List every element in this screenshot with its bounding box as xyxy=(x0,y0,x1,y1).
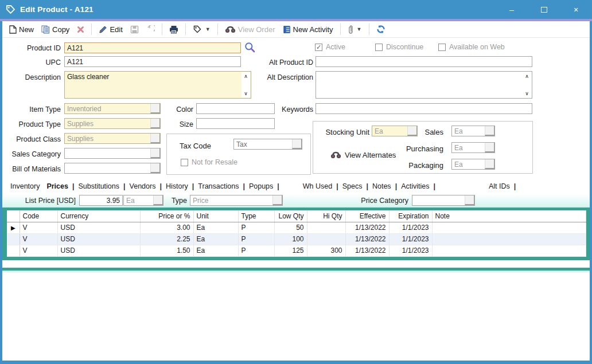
view-order-button[interactable]: View Order xyxy=(223,24,278,36)
scroll-down-icon[interactable]: ∨ xyxy=(244,91,248,96)
table-row[interactable]: VUSD2.25EaP1001/13/20221/1/2023 xyxy=(7,233,586,245)
tab-activities[interactable]: Activities xyxy=(398,181,433,191)
row-selector-cell[interactable] xyxy=(7,233,20,245)
cell-price-or-[interactable]: 2.25 xyxy=(140,233,193,245)
undo-button[interactable] xyxy=(144,24,157,35)
tab-prices[interactable]: Prices xyxy=(43,181,72,191)
table-row[interactable]: ▶VUSD3.00EaP501/13/20221/1/2023 xyxy=(7,222,586,233)
description-scrollbar[interactable]: ∧∨ xyxy=(242,72,250,97)
row-selector-cell[interactable] xyxy=(7,245,20,256)
cell-type[interactable]: P xyxy=(238,222,274,233)
list-price-field[interactable]: 3.95 xyxy=(79,195,123,206)
tab-notes[interactable]: Notes xyxy=(369,181,395,191)
not-for-resale-checkbox-box[interactable] xyxy=(181,159,188,166)
attachment-dropdown-caret[interactable]: ▼ xyxy=(357,26,362,32)
print-button[interactable] xyxy=(167,24,181,36)
product-id-field[interactable]: A121 xyxy=(64,42,241,53)
not-for-resale-checkbox[interactable]: Not for Resale xyxy=(181,158,237,166)
active-checkbox[interactable]: ✓ Active xyxy=(315,43,345,51)
cell-hi-qty[interactable]: 300 xyxy=(307,245,345,256)
cell-code[interactable]: V xyxy=(20,245,57,256)
price-type-combo[interactable]: Price xyxy=(190,195,283,206)
delete-button[interactable] xyxy=(75,24,87,35)
cell-note[interactable] xyxy=(432,245,586,256)
maximize-button[interactable] xyxy=(528,0,560,19)
sales-category-dropdown-button[interactable] xyxy=(150,148,160,158)
cell-type[interactable]: P xyxy=(238,245,274,256)
minimize-button[interactable]: – xyxy=(496,0,528,19)
cell-code[interactable]: V xyxy=(20,233,57,245)
view-alternates-button[interactable]: View Alternates xyxy=(330,151,396,159)
scroll-down-icon[interactable]: ∨ xyxy=(525,91,529,96)
active-checkbox-box[interactable]: ✓ xyxy=(315,44,322,51)
search-icon[interactable] xyxy=(244,41,256,53)
cell-effective[interactable]: 1/13/2022 xyxy=(345,222,389,233)
tag-dropdown-caret[interactable]: ▼ xyxy=(205,26,211,32)
tab-specs[interactable]: Specs xyxy=(339,181,366,191)
cell-type[interactable]: P xyxy=(238,233,274,245)
cell-currency[interactable]: USD xyxy=(57,245,140,256)
cell-effective[interactable]: 1/13/2022 xyxy=(345,245,389,256)
refresh-button[interactable] xyxy=(374,23,388,36)
purchasing-unit-dropdown-button[interactable] xyxy=(485,143,494,152)
cell-hi-qty[interactable] xyxy=(307,222,345,233)
cell-price-or-[interactable]: 1.50 xyxy=(140,245,193,256)
new-activity-button[interactable]: New Activity xyxy=(281,24,336,36)
cell-note[interactable] xyxy=(432,222,586,233)
product-class-combo[interactable]: Supplies xyxy=(64,133,161,144)
new-button[interactable]: New xyxy=(7,24,36,36)
cell-unit[interactable]: Ea xyxy=(193,245,238,256)
price-type-dropdown-button[interactable] xyxy=(272,195,282,205)
cell-price-or-[interactable]: 3.00 xyxy=(140,222,193,233)
packaging-unit-combo[interactable]: Ea xyxy=(451,159,495,170)
sales-unit-combo[interactable]: Ea xyxy=(451,126,495,136)
keywords-field[interactable] xyxy=(316,103,532,114)
discontinue-checkbox-box[interactable] xyxy=(375,44,383,51)
price-category-dropdown-button[interactable] xyxy=(465,195,474,205)
bill-of-materials-dropdown-button[interactable] xyxy=(150,163,160,173)
tax-code-combo[interactable]: Tax xyxy=(233,139,302,150)
cell-low-qty[interactable]: 125 xyxy=(274,245,307,256)
cell-unit[interactable]: Ea xyxy=(193,233,238,245)
upc-field[interactable]: A121 xyxy=(64,56,241,67)
cell-effective[interactable]: 1/13/2022 xyxy=(345,233,389,245)
cell-currency[interactable]: USD xyxy=(57,222,140,233)
price-category-combo[interactable] xyxy=(412,195,475,206)
scroll-up-icon[interactable]: ∧ xyxy=(244,73,248,79)
tab-inventory[interactable]: Inventory xyxy=(7,181,43,191)
cell-expiration[interactable]: 1/1/2023 xyxy=(389,245,432,256)
cell-hi-qty[interactable] xyxy=(307,233,345,245)
tab-transactions[interactable]: Transactions xyxy=(194,181,242,191)
edit-button[interactable]: Edit xyxy=(96,24,124,36)
table-row[interactable]: VUSD1.50EaP1253001/13/20221/1/2023 xyxy=(7,245,586,256)
description-field[interactable]: Glass cleaner ∧∨ xyxy=(64,71,251,99)
cell-low-qty[interactable]: 50 xyxy=(274,222,307,233)
product-class-dropdown-button[interactable] xyxy=(150,134,160,143)
cell-expiration[interactable]: 1/1/2023 xyxy=(389,222,432,233)
tab-wh-used[interactable]: Wh Used xyxy=(299,181,336,191)
discontinue-checkbox[interactable]: Discontinue xyxy=(375,43,423,51)
copy-button[interactable]: Copy xyxy=(39,24,72,36)
cell-note[interactable] xyxy=(432,233,586,245)
tab-substitutions[interactable]: Substitutions xyxy=(75,181,123,191)
available-on-web-checkbox-box[interactable] xyxy=(438,44,446,51)
cell-unit[interactable]: Ea xyxy=(193,222,238,233)
tab-history[interactable]: History xyxy=(162,181,192,191)
cell-currency[interactable]: USD xyxy=(57,233,140,245)
save-button[interactable] xyxy=(128,24,141,36)
alt-description-scrollbar[interactable]: ∧∨ xyxy=(523,72,531,97)
packaging-unit-dropdown-button[interactable] xyxy=(485,159,494,169)
cell-low-qty[interactable]: 100 xyxy=(274,233,307,245)
alt-description-field[interactable]: ∧∨ xyxy=(316,71,532,99)
tax-code-dropdown-button[interactable] xyxy=(292,139,302,149)
row-selector-cell[interactable]: ▶ xyxy=(7,222,20,233)
tab-vendors[interactable]: Vendors xyxy=(126,181,159,191)
tab-alt-ids[interactable]: Alt IDs xyxy=(485,181,513,191)
tab-popups[interactable]: Popups xyxy=(246,181,276,191)
tag-button[interactable]: ▼ xyxy=(190,23,213,36)
available-on-web-checkbox[interactable]: Available on Web xyxy=(438,43,505,51)
cell-expiration[interactable]: 1/1/2023 xyxy=(389,233,432,245)
sales-category-combo[interactable] xyxy=(64,148,161,159)
bill-of-materials-combo[interactable] xyxy=(64,163,161,174)
alt-product-id-field[interactable] xyxy=(316,56,532,67)
